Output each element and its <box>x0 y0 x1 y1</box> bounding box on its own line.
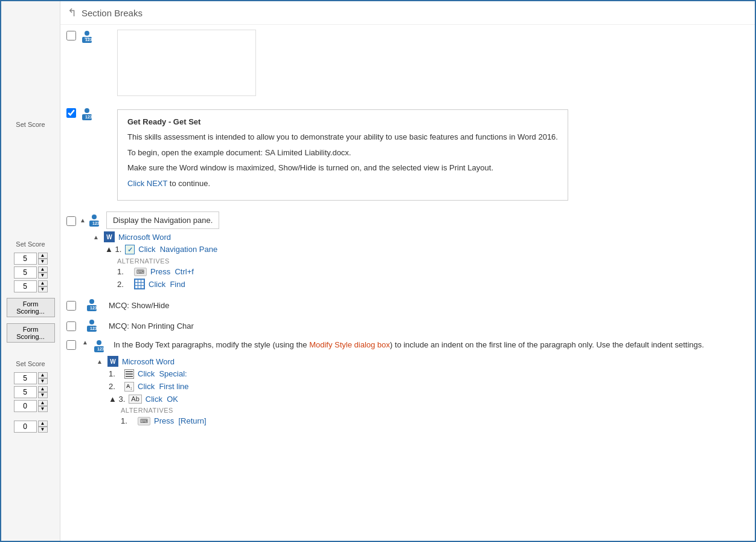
spinner-down-6[interactable]: ▼ <box>38 406 48 412</box>
getready-line-3: Make sure the Word window is maximized, … <box>127 162 558 174</box>
navpane-task-row: ▲ 123 Display the Navigation pane. ▲ <box>65 209 750 294</box>
word-triangle-1: ▲ <box>93 234 99 240</box>
spinner-down-4[interactable]: ▼ <box>38 378 48 384</box>
spinner-down-extra[interactable]: ▼ <box>38 427 48 433</box>
spinner-up-6[interactable]: ▲ <box>38 400 48 406</box>
svg-text:123: 123 <box>90 326 97 331</box>
keyboard-icon-1: ⌨ <box>134 268 147 276</box>
spinner-row-extra: ▲ ▼ <box>14 421 48 433</box>
spinner-up-4[interactable]: ▲ <box>38 372 48 378</box>
navpane-step1-text: Click Navigation Pane <box>138 245 217 254</box>
spinner-input-6[interactable] <box>14 400 37 412</box>
getready-box: Get Ready - Get Set This skills assessme… <box>117 109 568 201</box>
spinner-down-5[interactable]: ▼ <box>38 392 48 398</box>
spinner-row-3: ▲ ▼ <box>14 280 48 292</box>
person-svg-3: 123 <box>87 213 101 228</box>
bodytext-step1-text: Click Special: <box>138 369 187 378</box>
keyboard-icon-2: ⌨ <box>138 417 150 425</box>
spinner-up-1[interactable]: ▲ <box>38 253 48 259</box>
spinner-row-5: ▲ ▼ <box>14 386 48 398</box>
mcq-non-printing-row: 123 MCQ: Non Printing Char <box>65 316 750 335</box>
set-score-label-2: Set Score <box>14 239 46 249</box>
person-svg-2: 123 <box>80 107 94 121</box>
spinner-down-3[interactable]: ▼ <box>38 286 48 292</box>
spinner-input-3[interactable] <box>14 280 37 292</box>
step1-check-icon: ✓ <box>125 245 135 254</box>
intro-checkbox[interactable] <box>66 31 76 40</box>
person-svg-1: 123 <box>80 30 94 44</box>
spinner-btns-extra: ▲ ▼ <box>38 421 48 433</box>
nav-pane-spinners: ▲ ▼ ▲ ▼ ▲ ▼ <box>14 253 48 292</box>
left-sidebar: Set Score Set Score ▲ ▼ ▲ ▼ <box>1 1 60 541</box>
content-area: 123 123 Get Ready - Get <box>60 25 755 434</box>
spinner-input-5[interactable] <box>14 386 37 398</box>
mcq-non-printing-checkbox[interactable] <box>66 321 76 331</box>
person-svg-4: 123 <box>85 298 99 312</box>
spinner-input-extra[interactable] <box>14 421 37 433</box>
body-text-spinners: ▲ ▼ ▲ ▼ ▲ ▼ <box>14 372 48 412</box>
grid-icon-1 <box>134 279 145 289</box>
intro-person-icon: 123 <box>80 30 94 44</box>
svg-text:123: 123 <box>90 306 97 310</box>
svg-text:123: 123 <box>85 37 92 42</box>
intro-row: 123 <box>65 27 750 103</box>
spinner-input-1[interactable] <box>14 253 37 265</box>
form-scoring-btn-2[interactable]: Form Scoring... <box>7 323 55 343</box>
page-header: ↰ Section Breaks <box>60 1 755 25</box>
main-content: ↰ Section Breaks 123 <box>60 1 755 541</box>
set-score-label-1: Set Score <box>14 120 46 129</box>
getready-checkbox[interactable] <box>66 108 76 118</box>
navpane-expand-triangle[interactable]: ▲ <box>80 217 86 224</box>
spinner-up-extra[interactable]: ▲ <box>38 421 48 427</box>
ms-word-label-2: Microsoft Word <box>122 357 175 366</box>
ms-word-section-1: ▲ W Microsoft Word <box>83 231 217 242</box>
spinner-input-4[interactable] <box>14 372 37 384</box>
navpane-alt-list: 1. ⌨ Press Ctrl+f 2. <box>117 267 217 289</box>
spinner-down-1[interactable]: ▼ <box>38 259 48 265</box>
score-group-1: Set Score <box>1 116 60 133</box>
spinner-row-1: ▲ ▼ <box>14 253 48 265</box>
navpane-checkbox[interactable] <box>66 216 76 226</box>
bodytext-expand-triangle[interactable]: ▲ <box>82 339 88 346</box>
bodytext-checkbox[interactable] <box>66 340 76 350</box>
bodytext-task-row: ▲ 123 In the Body Text paragraphs, modif… <box>65 337 750 430</box>
mcq-show-hide-checkbox[interactable] <box>66 301 76 311</box>
navpane-alt-2: 2. Click Find <box>117 279 217 289</box>
mcq-show-hide-person-icon: 123 <box>85 298 99 312</box>
spinner-up-3[interactable]: ▲ <box>38 280 48 286</box>
spinner-btns-6: ▲ ▼ <box>38 400 48 412</box>
getready-line-2: To begin, open the example document: SA … <box>127 147 558 159</box>
spinner-up-2[interactable]: ▲ <box>38 266 48 273</box>
bodytext-steps-container: ▲ W Microsoft Word 1. <box>87 356 207 428</box>
navpane-steps-container: ▲ W Microsoft Word ▲ 1. ✓ <box>83 231 217 292</box>
form-scoring-btn-1[interactable]: Form Scoring... <box>7 298 55 317</box>
navpane-steps-list: ▲ 1. ✓ Click Navigation Pane <box>83 245 217 254</box>
navpane-step-1: ▲ 1. ✓ Click Navigation Pane <box>105 245 217 254</box>
getready-line-1: This skills assessment is intended to al… <box>127 131 558 143</box>
ms-word-section-2: ▲ W Microsoft Word <box>87 356 207 367</box>
spinner-btns-4: ▲ ▼ <box>38 372 48 384</box>
lines-icon-1 <box>124 369 134 379</box>
bodytext-step3-text: Click OK <box>146 395 178 404</box>
bodytext-alt-1: 1. ⌨ Press [Return] <box>121 416 207 425</box>
svg-point-16 <box>97 340 101 345</box>
getready-person-icon: 123 <box>80 107 94 121</box>
bodytext-alternatives: ALTERNATIVES 1. ⌨ Press [Return] <box>87 407 207 425</box>
svg-text:123: 123 <box>85 115 92 119</box>
spinner-btns-1: ▲ ▼ <box>38 253 48 265</box>
bodytext-steps-list: 1. Click Special: 2. <box>87 369 207 404</box>
bodytext-step2-text: Click First line <box>138 382 189 391</box>
spinner-btns-3: ▲ ▼ <box>38 280 48 292</box>
spinner-up-5[interactable]: ▲ <box>38 386 48 392</box>
spinner-row-6: ▲ ▼ <box>14 400 48 412</box>
bodytext-alt-list: 1. ⌨ Press [Return] <box>121 416 207 425</box>
bodytext-step-2: 2. A↕ Click First line <box>109 382 207 392</box>
alternatives-label-2: ALTERNATIVES <box>121 407 207 414</box>
spinner-down-2[interactable]: ▼ <box>38 273 48 279</box>
spinner-btns-5: ▲ ▼ <box>38 386 48 398</box>
ms-word-label-1: Microsoft Word <box>118 233 171 242</box>
svg-point-7 <box>92 215 97 219</box>
back-arrow-icon[interactable]: ↰ <box>68 6 77 19</box>
spinner-input-2[interactable] <box>14 266 37 279</box>
bodytext-step-1: 1. Click Special: <box>109 369 207 379</box>
